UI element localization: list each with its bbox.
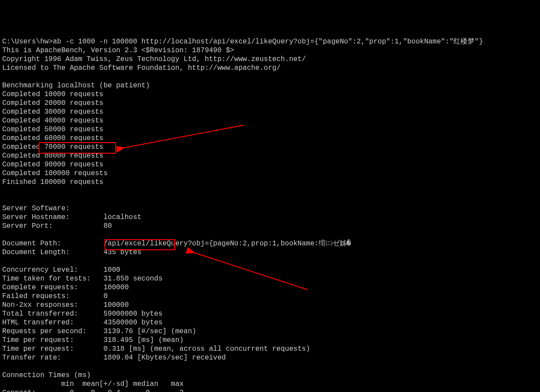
total-transferred-label: Total transferred: (2, 310, 78, 318)
finished-value: 100000 requests (40, 178, 103, 186)
completed-line: Completed 100000 requests (2, 169, 108, 177)
html-transferred-label: HTML transferred: (2, 319, 74, 327)
ab-license: Licensed to The Apache Software Foundati… (2, 64, 281, 72)
tpr1-label: Time per request: (2, 336, 74, 344)
rps-value: 3139.76 [#/sec] (mean) (103, 327, 196, 335)
failed-label: Failed requests: (2, 292, 70, 300)
time-taken-label: Time taken for tests: (2, 275, 91, 283)
conn-times-title: Connection Times (ms) (2, 371, 91, 379)
complete-value: 100000 (103, 284, 129, 291)
server-port-value: 80 (103, 222, 112, 230)
completed-line: Completed 90000 requests (2, 161, 103, 169)
time-taken-value: 31.850 seconds (103, 275, 162, 283)
complete-label: Complete requests: (2, 284, 78, 291)
rps-label: Requests per second: (2, 327, 87, 335)
conn-times-connect: Connect: 0 0 0.4 0 2 (2, 389, 184, 392)
server-hostname-value: localhost (103, 213, 141, 221)
highlight-box-finished (39, 142, 116, 154)
doc-length-label: Document Length: (2, 248, 70, 256)
prompt: C:\Users\hw> (2, 38, 53, 46)
finished-prefix: Finished (2, 178, 40, 186)
tpr2-label: Time per request: (2, 345, 74, 353)
command-text: ab -c 1000 -n 100000 http://localhost/ap… (53, 38, 483, 46)
concurrency-label: Concurrency Level: (2, 266, 78, 274)
server-port-label: Server Port: (2, 222, 53, 230)
transfer-value: 1809.04 [Kbytes/sec] received (103, 354, 225, 362)
transfer-label: Transfer rate: (2, 354, 61, 362)
html-transferred-value: 43500000 bytes (103, 319, 162, 327)
completed-line: Completed 40000 requests (2, 117, 103, 125)
benchmark-header: Benchmarking localhost (be patient) (2, 82, 150, 90)
non2xx-label: Non-2xx responses: (2, 301, 78, 309)
ab-copyright: Copyright 1996 Adam Twiss, Zeus Technolo… (2, 55, 306, 63)
ab-version: This is ApacheBench, Version 2.3 <$Revis… (2, 47, 234, 54)
completed-line: Completed 20000 requests (2, 99, 103, 107)
concurrency-value: 1000 (103, 266, 120, 274)
server-hostname-label: Server Hostname: (2, 213, 70, 221)
completed-line: Completed 50000 requests (2, 126, 103, 133)
non2xx-value: 100000 (103, 301, 129, 309)
completed-line: Completed 10000 requests (2, 90, 103, 98)
failed-value: 0 (103, 292, 108, 300)
highlight-box-time-taken (105, 239, 175, 250)
server-software-label: Server Software: (2, 205, 70, 212)
doc-path-label: Document Path: (2, 240, 61, 248)
tpr2-value: 0.318 [ms] (mean, across all concurrent … (103, 345, 310, 353)
conn-times-header: min mean[+/-sd] median max (2, 380, 184, 388)
tpr1-value: 318.495 [ms] (mean) (103, 336, 183, 344)
completed-line: Completed 60000 requests (2, 134, 103, 142)
completed-line: Completed 30000 requests (2, 108, 103, 116)
terminal-output: C:\Users\hw>ab -c 1000 -n 100000 http://… (2, 37, 538, 392)
total-transferred-value: 59000000 bytes (103, 310, 162, 318)
